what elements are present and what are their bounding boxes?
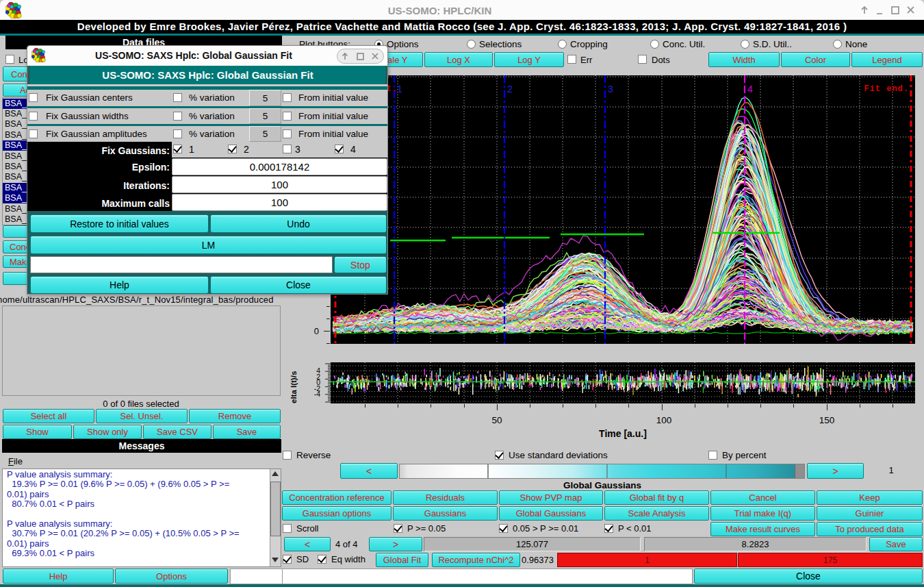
svg-text:3: 3 (608, 84, 613, 95)
svg-text:1: 1 (397, 84, 402, 95)
svg-text:2: 2 (507, 84, 513, 95)
svg-text:Fit end.: Fit end. (864, 84, 909, 94)
svg-text:4: 4 (747, 84, 753, 95)
